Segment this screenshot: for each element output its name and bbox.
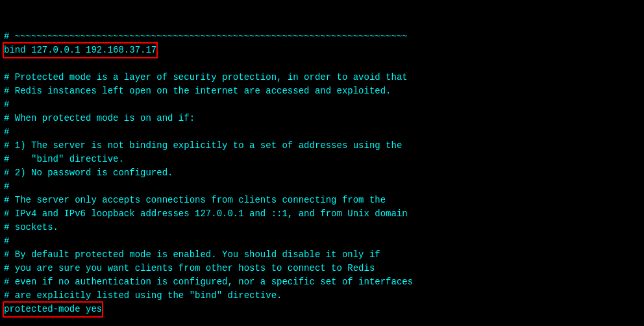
terminal-line: # sockets. [4,221,640,234]
terminal-line: protected-mode yes [4,303,640,316]
terminal-window: # ~~~~~~~~~~~~~~~~~~~~~~~~~~~~~~~~~~~~~~… [0,0,644,326]
terminal-line: # [4,180,640,194]
terminal-line: # Protected mode is a layer of security … [4,71,640,84]
terminal-line: # 1) The server is not binding explicitl… [4,139,640,153]
terminal-line: # The server only accepts connections fr… [4,194,640,207]
highlighted-text: protected-mode yes [4,303,102,316]
terminal-line: # [4,125,640,139]
terminal-line: # IPv4 and IPv6 loopback addresses 127.0… [4,207,640,221]
terminal-line: # 2) No password is configured. [4,166,640,180]
terminal-line: bind 127.0.0.1 192.168.37.17 [4,44,640,57]
terminal-line: # are explicitly listed using the "bind"… [4,289,640,303]
terminal-line: # When protected mode is on and if: [4,112,640,125]
terminal-line: # By default protected mode is enabled. … [4,248,640,262]
highlighted-text: bind 127.0.0.1 192.168.37.17 [4,44,156,57]
terminal-line: # [4,98,640,112]
terminal-line [4,57,640,71]
terminal-line: # ~~~~~~~~~~~~~~~~~~~~~~~~~~~~~~~~~~~~~~… [4,30,640,44]
terminal-line: # [4,234,640,248]
terminal-line: # even if no authentication is configure… [4,275,640,289]
terminal-line: # "bind" directive. [4,153,640,166]
terminal-line: # Redis instances left open on the inter… [4,84,640,98]
terminal-line: # you are sure you want clients from oth… [4,262,640,275]
